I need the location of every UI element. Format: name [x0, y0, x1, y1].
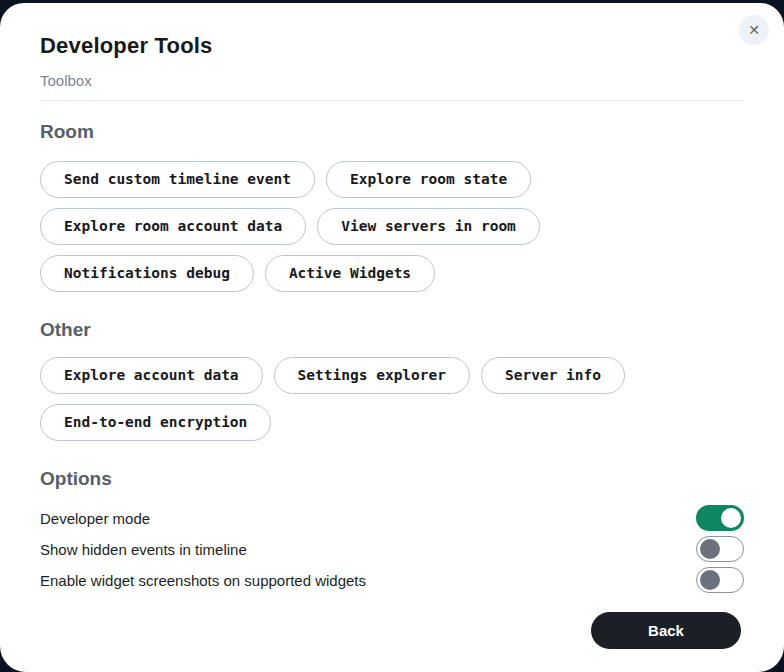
dialog-subtitle: Toolbox	[40, 72, 744, 90]
settings-explorer-button[interactable]: Settings explorer	[274, 357, 470, 394]
option-row-show-hidden-events: Show hidden events in timeline	[40, 536, 744, 562]
toggle-knob	[700, 570, 720, 590]
other-button-group: Explore account data Settings explorer S…	[40, 357, 744, 441]
show-hidden-events-toggle[interactable]	[696, 536, 744, 562]
room-button-group: Send custom timeline event Explore room …	[40, 161, 744, 292]
toggle-knob	[700, 539, 720, 559]
active-widgets-button[interactable]: Active Widgets	[265, 255, 435, 292]
developer-tools-dialog: ✕ Developer Tools Toolbox Room Send cust…	[0, 3, 784, 672]
options-toggle-list: Developer mode Show hidden events in tim…	[40, 505, 744, 593]
section-heading-room: Room	[40, 120, 744, 143]
option-row-widget-screenshots: Enable widget screenshots on supported w…	[40, 567, 744, 593]
show-hidden-events-label: Show hidden events in timeline	[40, 541, 247, 558]
option-row-developer-mode: Developer mode	[40, 505, 744, 531]
close-icon[interactable]: ✕	[739, 15, 769, 45]
developer-mode-toggle[interactable]	[696, 505, 744, 531]
view-servers-in-room-button[interactable]: View servers in room	[317, 208, 540, 245]
section-heading-options: Options	[40, 467, 744, 490]
send-custom-timeline-event-button[interactable]: Send custom timeline event	[40, 161, 315, 198]
explore-room-state-button[interactable]: Explore room state	[326, 161, 531, 198]
server-info-button[interactable]: Server info	[481, 357, 625, 394]
explore-account-data-button[interactable]: Explore account data	[40, 357, 263, 394]
widget-screenshots-toggle[interactable]	[696, 567, 744, 593]
notifications-debug-button[interactable]: Notifications debug	[40, 255, 254, 292]
section-heading-other: Other	[40, 318, 744, 341]
toggle-knob	[721, 508, 741, 528]
widget-screenshots-label: Enable widget screenshots on supported w…	[40, 572, 366, 589]
header-divider	[40, 100, 744, 101]
developer-mode-label: Developer mode	[40, 510, 150, 527]
back-button[interactable]: Back	[591, 612, 741, 649]
dialog-footer: Back	[40, 612, 744, 649]
end-to-end-encryption-button[interactable]: End-to-end encryption	[40, 404, 271, 441]
explore-room-account-data-button[interactable]: Explore room account data	[40, 208, 306, 245]
page-title: Developer Tools	[40, 33, 744, 59]
